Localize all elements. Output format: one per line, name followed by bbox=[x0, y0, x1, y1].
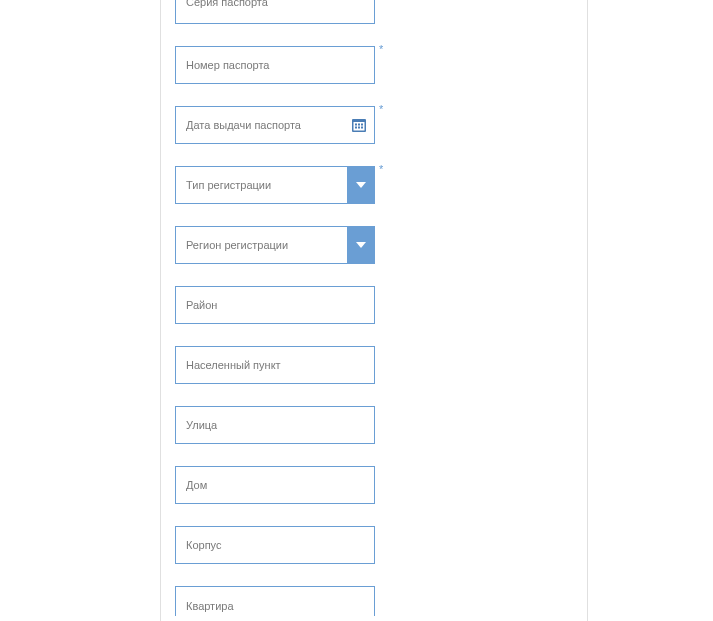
passport-number-placeholder: Номер паспорта bbox=[186, 59, 269, 71]
registration-region-select[interactable]: Регион регистрации bbox=[175, 226, 347, 264]
chevron-down-icon bbox=[356, 182, 366, 188]
locality-placeholder: Населенный пункт bbox=[186, 359, 281, 371]
svg-rect-5 bbox=[355, 127, 357, 129]
svg-rect-6 bbox=[358, 127, 360, 129]
svg-rect-2 bbox=[355, 124, 357, 126]
field-row-house: Дом bbox=[175, 466, 587, 504]
chevron-down-icon bbox=[356, 242, 366, 248]
svg-rect-7 bbox=[361, 127, 363, 129]
registration-type-select[interactable]: Тип регистрации bbox=[175, 166, 347, 204]
form-container: Серия паспорта Номер паспорта * Дата выд… bbox=[160, 0, 588, 621]
registration-region-placeholder: Регион регистрации bbox=[186, 239, 288, 251]
svg-rect-1 bbox=[354, 122, 365, 131]
building-input[interactable]: Корпус bbox=[175, 526, 375, 564]
passport-series-placeholder: Серия паспорта bbox=[186, 0, 268, 8]
district-placeholder: Район bbox=[186, 299, 217, 311]
passport-number-input[interactable]: Номер паспорта bbox=[175, 46, 375, 84]
calendar-icon[interactable] bbox=[352, 118, 366, 132]
passport-series-input[interactable]: Серия паспорта bbox=[175, 0, 375, 24]
district-input[interactable]: Район bbox=[175, 286, 375, 324]
required-mark: * bbox=[379, 164, 383, 175]
apartment-placeholder: Квартира bbox=[186, 600, 234, 612]
registration-type-placeholder: Тип регистрации bbox=[186, 179, 271, 191]
field-row-apartment: Квартира bbox=[175, 586, 587, 616]
registration-region-dropdown-button[interactable] bbox=[347, 226, 375, 264]
field-row-passport-number: Номер паспорта * bbox=[175, 46, 587, 84]
field-row-passport-date: Дата выдачи паспорта * bbox=[175, 106, 587, 144]
street-placeholder: Улица bbox=[186, 419, 217, 431]
field-row-registration-type: Тип регистрации * bbox=[175, 166, 587, 204]
apartment-input[interactable]: Квартира bbox=[175, 586, 375, 616]
field-row-passport-series: Серия паспорта bbox=[175, 0, 587, 24]
street-input[interactable]: Улица bbox=[175, 406, 375, 444]
svg-rect-3 bbox=[358, 124, 360, 126]
field-row-district: Район bbox=[175, 286, 587, 324]
registration-type-dropdown-button[interactable] bbox=[347, 166, 375, 204]
field-row-registration-region: Регион регистрации bbox=[175, 226, 587, 264]
field-row-street: Улица bbox=[175, 406, 587, 444]
field-row-building: Корпус bbox=[175, 526, 587, 564]
required-mark: * bbox=[379, 44, 383, 55]
house-input[interactable]: Дом bbox=[175, 466, 375, 504]
field-row-locality: Населенный пункт bbox=[175, 346, 587, 384]
house-placeholder: Дом bbox=[186, 479, 207, 491]
required-mark: * bbox=[379, 104, 383, 115]
svg-rect-4 bbox=[361, 124, 363, 126]
passport-date-input[interactable]: Дата выдачи паспорта bbox=[175, 106, 375, 144]
passport-date-placeholder: Дата выдачи паспорта bbox=[186, 119, 301, 131]
building-placeholder: Корпус bbox=[186, 539, 221, 551]
locality-input[interactable]: Населенный пункт bbox=[175, 346, 375, 384]
